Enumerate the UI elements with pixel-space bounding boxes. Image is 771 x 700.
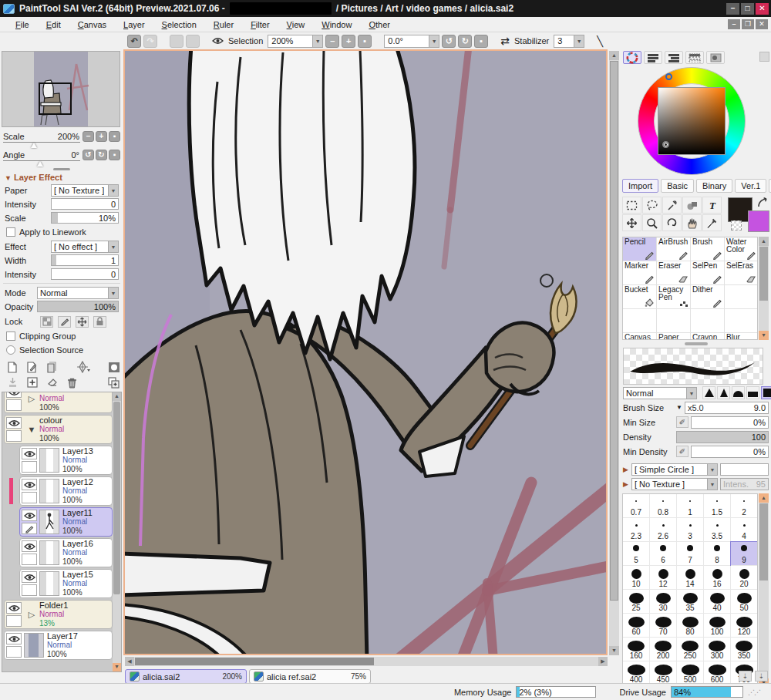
effect-dropdown[interactable]: [ No effect ]▼ xyxy=(51,241,119,253)
texture-dropdown-arrow[interactable]: ▼ xyxy=(707,479,717,490)
rotate-ccw-button[interactable]: ↺ xyxy=(442,35,456,48)
paper-dropdown[interactable]: [ No Texture ]▼ xyxy=(51,184,119,197)
brush-size-10[interactable]: 10 xyxy=(623,566,650,590)
brush-size-6[interactable]: 6 xyxy=(650,542,677,566)
shape-select-tool-button[interactable] xyxy=(682,197,702,214)
panel-option-button-1[interactable]: ⇣ xyxy=(739,671,752,681)
brush-size-400[interactable]: 400 xyxy=(623,661,650,685)
minimize-button[interactable]: – xyxy=(726,3,739,15)
opacity-slider[interactable]: 100% xyxy=(37,301,119,312)
scrollbar-thumb[interactable] xyxy=(610,61,618,601)
canvas-artwork[interactable] xyxy=(125,51,606,654)
undo-button[interactable]: ↶ xyxy=(127,35,141,48)
lasso-tool-button[interactable] xyxy=(642,197,662,214)
new-layer-set-button[interactable] xyxy=(45,361,59,374)
selection-source-radio[interactable] xyxy=(6,345,15,355)
mixer-sliders-button[interactable] xyxy=(685,51,704,64)
scroll-up-arrow[interactable]: ▲ xyxy=(609,51,619,60)
angle-slider[interactable] xyxy=(3,160,80,166)
scroll-down-arrow[interactable]: ▼ xyxy=(113,663,121,671)
panel-option-button-2[interactable]: ⇣ xyxy=(755,671,768,681)
layer-row-line[interactable]: ▷ lineNormal100% xyxy=(4,392,113,413)
panel-scroll-button[interactable] xyxy=(759,52,769,62)
tab-ver1[interactable]: Ver.1 xyxy=(735,179,766,193)
angle-dropdown-arrow[interactable]: ▼ xyxy=(429,35,439,47)
brush-legacy-pen[interactable]: Legacy Pen xyxy=(657,285,691,309)
secondary-color-swatch[interactable] xyxy=(748,210,769,232)
brush-dither[interactable]: Dither xyxy=(691,285,725,309)
tab-import[interactable]: Import xyxy=(622,179,658,193)
paper-scale-slider[interactable]: 10% xyxy=(51,212,119,224)
sv-marker[interactable] xyxy=(662,141,669,148)
layer-row-layer12[interactable]: Layer12Normal100% xyxy=(19,476,113,506)
brush-blend-mode-dropdown[interactable]: Normal▼ xyxy=(623,387,697,399)
transparent-color-button[interactable] xyxy=(731,220,742,231)
brush-size-7[interactable]: 7 xyxy=(677,542,704,566)
menu-filter[interactable]: Filter xyxy=(243,19,277,31)
visibility-eye-icon[interactable] xyxy=(6,417,22,429)
brush-size-60[interactable]: 60 xyxy=(623,614,650,638)
apply-linework-checkbox[interactable] xyxy=(6,227,15,237)
menu-ruler[interactable]: Ruler xyxy=(206,19,241,31)
lock-all-button[interactable] xyxy=(93,316,106,328)
brush-size-30[interactable]: 30 xyxy=(650,590,677,614)
texture-section-arrow[interactable]: ▶ xyxy=(623,480,628,488)
rotate-cw-button[interactable]: ↻ xyxy=(458,35,472,48)
shape-dropdown-arrow[interactable]: ▼ xyxy=(707,464,717,475)
brush-size-350[interactable]: 350 xyxy=(731,638,758,661)
marquee-tool-button[interactable] xyxy=(622,197,641,214)
density-slider[interactable]: 100 xyxy=(676,431,769,443)
brush-grid-scrollbar[interactable]: ▲ ▼ xyxy=(759,237,769,340)
menu-window[interactable]: Window xyxy=(314,19,359,31)
layer-row-layer16[interactable]: Layer16Normal100% xyxy=(19,538,113,567)
brush-seleras[interactable]: SelEras xyxy=(725,261,758,285)
brush-size-12[interactable]: 12 xyxy=(650,566,677,590)
visibility-eye-icon[interactable] xyxy=(6,392,22,398)
layer-row-layer11[interactable]: Layer11Normal100% xyxy=(19,507,113,537)
scroll-down-arrow[interactable]: ▼ xyxy=(609,646,619,655)
eyedropper-tool-button[interactable] xyxy=(702,214,722,231)
angle-cw-button[interactable]: ↻ xyxy=(96,150,107,160)
brush-size-35[interactable]: 35 xyxy=(677,590,704,614)
hue-marker[interactable] xyxy=(665,73,672,80)
scroll-up-arrow[interactable]: ▲ xyxy=(759,237,769,246)
brush-canvas[interactable]: Canvas xyxy=(623,333,657,340)
brush-size-3[interactable]: 3 xyxy=(677,518,704,542)
layer-effect-header[interactable]: ▼Layer Effect xyxy=(5,173,119,182)
min-size-pressure-button[interactable]: ✐ xyxy=(676,416,689,428)
delete-layer-button[interactable] xyxy=(66,376,79,389)
brush-size-8[interactable]: 8 xyxy=(704,542,731,566)
brush-size-70[interactable]: 70 xyxy=(650,614,677,638)
scroll-down-arrow[interactable]: ▼ xyxy=(759,331,769,340)
angle-ccw-button[interactable]: ↺ xyxy=(82,150,94,160)
swatch-pad-button[interactable] xyxy=(706,51,725,64)
brush-size-4[interactable]: 4 xyxy=(731,518,758,542)
angle-reset-button[interactable]: ▪ xyxy=(109,150,120,160)
canvas-viewport[interactable] xyxy=(123,49,608,655)
clear-layer-button[interactable] xyxy=(46,376,59,389)
zoom-reset-button[interactable]: ▪ xyxy=(358,35,372,48)
lock-position-button[interactable] xyxy=(76,316,89,328)
folder-expand-icon[interactable]: ▼ xyxy=(24,425,39,434)
brush-size-slider[interactable]: x5.0 9.0 xyxy=(685,402,769,414)
zoom-in-button[interactable]: + xyxy=(342,35,355,48)
brush-size-50[interactable]: 50 xyxy=(731,590,758,614)
folder-collapse-icon[interactable]: ▷ xyxy=(24,394,39,404)
panel-resize-handle[interactable] xyxy=(53,168,70,170)
brush-size-600[interactable]: 600 xyxy=(704,661,731,685)
min-density-slider[interactable]: 0% xyxy=(691,446,769,458)
brush-size-9[interactable]: 9 xyxy=(731,542,758,566)
size-grid-scrollbar[interactable]: ▲ ▼ xyxy=(759,493,769,688)
brush-shape-dropdown[interactable]: [ Simple Circle ]▼ xyxy=(631,463,718,476)
clipping-group-checkbox[interactable] xyxy=(6,331,15,341)
brush-airbrush[interactable]: AirBrush xyxy=(657,237,691,261)
swap-colors-icon[interactable] xyxy=(756,197,769,209)
menu-edit[interactable]: Edit xyxy=(39,19,69,31)
brush-size-1.5[interactable]: 1.5 xyxy=(704,494,731,518)
layers-scrollbar[interactable]: ▲ ▼ xyxy=(113,392,121,671)
lock-transparency-button[interactable] xyxy=(40,316,53,328)
brush-texture-dropdown[interactable]: [ No Texture ]▼ xyxy=(631,478,718,490)
angle-field[interactable]: 0.0° ▼ xyxy=(384,35,439,48)
resize-grip[interactable]: ⋰⋰ xyxy=(748,688,760,696)
move-tool-button[interactable] xyxy=(622,214,641,231)
